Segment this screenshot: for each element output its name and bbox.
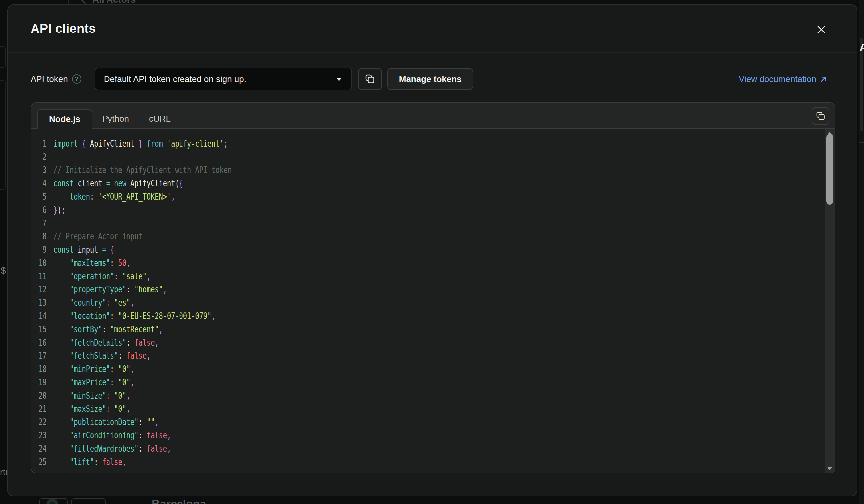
code-line: 18 "minPrice": "0", bbox=[31, 362, 807, 376]
divider bbox=[859, 142, 864, 143]
line-number: 11 bbox=[31, 271, 47, 281]
code-line: 10 "maxItems": 50, bbox=[31, 256, 807, 270]
code-text: "maxPrice": "0", bbox=[47, 377, 135, 387]
code-token bbox=[53, 311, 70, 321]
code-text: "operation": "sale", bbox=[47, 271, 151, 281]
code-token: ; bbox=[62, 205, 66, 215]
code-token: { bbox=[82, 139, 86, 149]
code-token: "sortBy" bbox=[70, 324, 102, 334]
code-token: { bbox=[179, 179, 183, 188]
api-token-dropdown[interactable]: Default API token created on sign up. bbox=[95, 67, 352, 90]
code-token: : bbox=[114, 271, 122, 281]
code-scrollbar[interactable] bbox=[825, 129, 835, 472]
code-text: "fittedWardrobes": false, bbox=[47, 444, 171, 454]
code-text: token: '<YOUR_API_TOKEN>', bbox=[47, 192, 175, 201]
tab-nodejs[interactable]: Node.js bbox=[37, 109, 92, 129]
code-token: ApifyClient bbox=[86, 139, 139, 149]
line-number: 5 bbox=[31, 192, 47, 201]
scroll-down-arrow-icon[interactable] bbox=[827, 467, 833, 470]
code-token: , bbox=[155, 337, 159, 347]
code-text: "location": "0-EU-ES-28-07-001-079", bbox=[47, 311, 216, 321]
code-line: 12 "propertyType": "homes", bbox=[31, 283, 807, 296]
code-token: "operation" bbox=[70, 271, 114, 281]
code-text: // Initialize the ApifyClient with API t… bbox=[47, 165, 232, 175]
code-line: 2 bbox=[31, 150, 807, 163]
line-number: 4 bbox=[31, 179, 47, 188]
code-text: "minPrice": "0", bbox=[47, 364, 135, 374]
code-token: , bbox=[147, 351, 151, 361]
tab-curl[interactable]: cURL bbox=[139, 109, 180, 128]
code-token: ) bbox=[57, 205, 61, 215]
line-number: 2 bbox=[31, 152, 47, 162]
line-number: 22 bbox=[31, 417, 47, 427]
code-token: "maxItems" bbox=[70, 258, 110, 268]
code-token bbox=[53, 298, 70, 308]
line-number: 20 bbox=[31, 391, 47, 401]
code-token: 'apify-client' bbox=[167, 139, 224, 149]
code-token bbox=[53, 192, 70, 201]
code-token: false bbox=[147, 430, 167, 440]
code-line: 4const client = new ApifyClient({ bbox=[31, 177, 807, 190]
code-token: "minSize" bbox=[70, 391, 106, 401]
background-top-bar: All Actors bbox=[0, 0, 864, 4]
code-token: "0" bbox=[118, 364, 130, 374]
code-scrollbar-thumb[interactable] bbox=[826, 134, 833, 205]
code-token: "es" bbox=[114, 298, 130, 308]
code-token: input bbox=[77, 245, 102, 255]
code-token: : bbox=[118, 351, 126, 361]
tab-python[interactable]: Python bbox=[92, 109, 139, 128]
copy-token-button[interactable] bbox=[358, 68, 382, 90]
code-line: 6}); bbox=[31, 203, 807, 217]
background-button-fragment bbox=[71, 498, 106, 504]
code-token: "sale" bbox=[122, 271, 147, 281]
code-token: false bbox=[102, 457, 122, 467]
code-line: 13 "country": "es", bbox=[31, 296, 807, 309]
api-token-dropdown-value: Default API token created on sign up. bbox=[104, 74, 335, 84]
code-token: , bbox=[163, 284, 167, 294]
code-token bbox=[53, 337, 70, 347]
line-number: 17 bbox=[31, 351, 47, 361]
code-token: "0" bbox=[114, 404, 127, 414]
code-token: , bbox=[130, 298, 134, 308]
copy-code-button[interactable] bbox=[812, 107, 829, 125]
code-token: : bbox=[110, 377, 118, 387]
code-panel: Node.jsPythoncURL 1import { ApifyClient … bbox=[31, 102, 836, 473]
code-line: 16 "fetchDetails": false, bbox=[31, 336, 807, 349]
code-line: 1import { ApifyClient } from 'apify-clie… bbox=[31, 137, 807, 150]
language-tabbar: Node.jsPythoncURL bbox=[31, 103, 835, 128]
close-button[interactable] bbox=[814, 22, 828, 37]
code-token: "maxSize" bbox=[70, 404, 106, 414]
code-token bbox=[53, 417, 70, 427]
code-token: , bbox=[155, 417, 159, 427]
code-token: "airConditioning" bbox=[70, 430, 139, 440]
code-token: "0" bbox=[118, 377, 130, 387]
background-right-strip: A bbox=[859, 0, 864, 504]
manage-tokens-button[interactable]: Manage tokens bbox=[387, 68, 473, 90]
code-token: , bbox=[127, 258, 130, 268]
code-line: 5 token: '<YOUR_API_TOKEN>', bbox=[31, 190, 807, 203]
code-token: : bbox=[139, 444, 146, 454]
code-token: : bbox=[139, 430, 146, 440]
line-number: 25 bbox=[31, 457, 47, 467]
code-token bbox=[53, 377, 70, 387]
help-question-icon[interactable]: ? bbox=[72, 74, 81, 84]
code-token: , bbox=[167, 444, 171, 454]
line-number: 16 bbox=[31, 337, 47, 347]
code-token bbox=[53, 404, 70, 414]
code-line: 9const input = { bbox=[31, 243, 807, 256]
code-editor[interactable]: 1import { ApifyClient } from 'apify-clie… bbox=[31, 128, 835, 472]
view-documentation-link[interactable]: View documentation bbox=[739, 74, 828, 84]
code-token bbox=[53, 284, 70, 294]
code-token: false bbox=[147, 444, 167, 454]
code-token: , bbox=[211, 311, 215, 321]
code-token: const bbox=[53, 245, 77, 255]
code-text: "maxSize": "0", bbox=[47, 404, 130, 414]
code-token bbox=[53, 364, 70, 374]
code-token: "homes" bbox=[134, 284, 163, 294]
code-text: "lift": false, bbox=[47, 457, 127, 467]
code-token: : bbox=[127, 284, 134, 294]
line-number: 23 bbox=[31, 430, 47, 440]
code-token: : bbox=[106, 391, 114, 401]
line-number: 10 bbox=[31, 258, 47, 268]
code-token: 50 bbox=[118, 258, 126, 268]
